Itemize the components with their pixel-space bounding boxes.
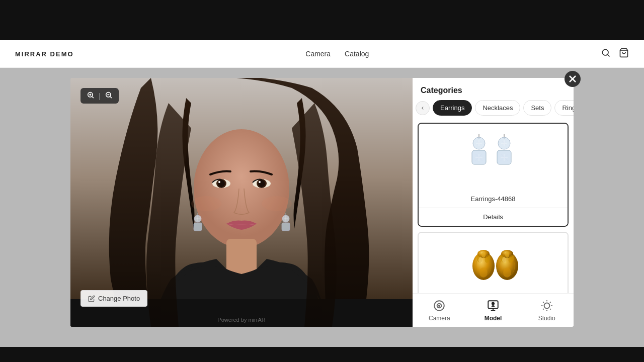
svg-point-18 bbox=[262, 196, 292, 211]
model-icon bbox=[486, 299, 500, 313]
close-button[interactable] bbox=[565, 71, 581, 87]
svg-point-72 bbox=[503, 267, 511, 278]
product-card-gold[interactable] bbox=[418, 232, 569, 293]
svg-point-64 bbox=[479, 267, 488, 278]
change-photo-label: Change Photo bbox=[98, 295, 140, 302]
svg-point-6 bbox=[194, 129, 289, 248]
svg-line-30 bbox=[92, 97, 94, 98]
tab-nav-prev[interactable] bbox=[416, 101, 430, 115]
toolbar-model-label: Model bbox=[485, 315, 502, 322]
toolbar-studio-label: Studio bbox=[538, 315, 555, 322]
model-image bbox=[70, 78, 413, 327]
nav-links: Camera Catalog bbox=[305, 50, 369, 58]
zoom-divider: | bbox=[99, 92, 101, 100]
svg-point-12 bbox=[218, 181, 220, 183]
svg-point-65 bbox=[478, 257, 482, 263]
modal-wrapper: | Change bbox=[70, 78, 574, 327]
product-details-diamond[interactable]: Details bbox=[419, 208, 568, 226]
svg-point-16 bbox=[259, 181, 261, 183]
product-name-diamond: Earrings-44868 bbox=[419, 195, 568, 208]
svg-point-63 bbox=[481, 252, 486, 258]
svg-point-17 bbox=[191, 196, 221, 211]
svg-point-73 bbox=[502, 257, 506, 263]
svg-point-76 bbox=[439, 305, 440, 306]
nav-icons bbox=[601, 48, 629, 60]
product-image-gold bbox=[419, 233, 568, 293]
tab-earrings[interactable]: Earrings bbox=[433, 100, 472, 116]
svg-point-11 bbox=[218, 180, 225, 187]
nav-home[interactable]: Camera bbox=[305, 50, 331, 58]
nav-catalog[interactable]: Catalog bbox=[345, 50, 369, 58]
camera-icon bbox=[432, 299, 446, 313]
studio-icon bbox=[540, 299, 554, 313]
product-image-diamond bbox=[419, 124, 568, 195]
svg-rect-26 bbox=[282, 223, 290, 231]
toolbar-camera[interactable]: Camera bbox=[413, 294, 466, 327]
change-photo-button[interactable]: Change Photo bbox=[80, 290, 147, 307]
tab-necklaces[interactable]: Necklaces bbox=[475, 100, 520, 116]
modal: | Change bbox=[70, 78, 574, 327]
toolbar-model[interactable]: Model bbox=[466, 294, 520, 327]
navigation: MIRRAR DEMO Camera Catalog bbox=[0, 40, 644, 68]
categories-title: Categories bbox=[413, 78, 574, 100]
product-card-diamond[interactable]: Earrings-44868 Details bbox=[418, 123, 569, 227]
tab-rings[interactable]: Rings bbox=[554, 100, 574, 116]
zoom-out-button[interactable] bbox=[105, 91, 113, 101]
search-icon[interactable] bbox=[601, 48, 611, 60]
pencil-icon bbox=[88, 295, 95, 302]
svg-line-86 bbox=[543, 309, 544, 310]
top-bar bbox=[0, 0, 644, 40]
svg-line-34 bbox=[110, 97, 112, 98]
bottom-bar bbox=[0, 347, 644, 362]
cart-icon[interactable] bbox=[619, 48, 629, 60]
products-list: Earrings-44868 Details bbox=[413, 121, 574, 293]
toolbar-camera-label: Camera bbox=[429, 315, 450, 322]
toolbar-studio[interactable]: Studio bbox=[520, 294, 574, 327]
svg-point-71 bbox=[505, 252, 509, 258]
svg-line-85 bbox=[550, 309, 551, 310]
svg-point-79 bbox=[544, 303, 549, 309]
zoom-in-button[interactable] bbox=[87, 91, 95, 101]
svg-point-15 bbox=[258, 180, 265, 187]
main-area: | Change bbox=[0, 68, 644, 347]
powered-by: Powered by mirrAR bbox=[217, 317, 265, 323]
tab-sets[interactable]: Sets bbox=[523, 100, 551, 116]
svg-line-84 bbox=[543, 302, 544, 303]
zoom-controls: | bbox=[80, 88, 119, 104]
svg-point-78 bbox=[492, 303, 494, 305]
brand-name: MIRRAR DEMO bbox=[15, 50, 74, 58]
modal-container: | Change bbox=[0, 68, 644, 347]
svg-rect-21 bbox=[194, 223, 202, 231]
photo-panel: | Change bbox=[70, 78, 413, 327]
svg-line-87 bbox=[550, 302, 551, 303]
category-tabs: Earrings Necklaces Sets Rings bbox=[413, 100, 574, 121]
svg-point-0 bbox=[602, 49, 608, 55]
right-panel: Categories Earrings Necklaces Sets Rings bbox=[413, 78, 574, 327]
bottom-toolbar: Camera bbox=[413, 293, 574, 327]
svg-line-1 bbox=[608, 54, 610, 56]
